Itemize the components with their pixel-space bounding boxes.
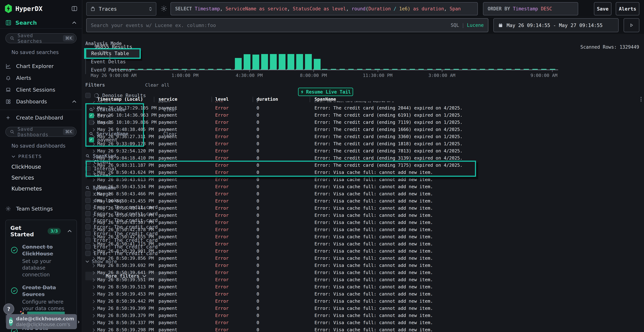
table-row[interactable]: May 26 8:50:39.337 PMpayment Error0 Erro…	[89, 319, 644, 326]
saved-searches-placeholder: Saved Searches	[18, 33, 60, 44]
preset-kubernetes[interactable]: Kubernetes	[12, 186, 82, 192]
table-row[interactable]: May 26 8:50:39.641 PMpayment Error0 Erro…	[89, 269, 644, 276]
presets-header[interactable]: PRESETS	[12, 154, 82, 159]
table-row[interactable]: May 26 8:50:43.613 PMpayment Error0 Erro…	[89, 176, 644, 183]
table-row[interactable]: May 26 8:50:42.655 PMpayment Error0 Erro…	[89, 233, 644, 240]
table-row[interactable]: May 26 8:50:43.349 PMpayment Error0 Erro…	[89, 212, 644, 219]
saved-dashboards-input[interactable]: Saved Dashboards ⌘K	[5, 127, 76, 137]
table-row[interactable]: May 26 8:50:39.298 PMpayment Error0 Erro…	[89, 326, 644, 332]
bell-icon	[5, 75, 12, 81]
expand-row-icon[interactable]	[92, 278, 95, 282]
user-menu[interactable]: D dale@clickhouse.com dale@clickhouse.co…	[6, 314, 77, 329]
sidebar-item-dashboards[interactable]: Dashboards	[0, 96, 82, 108]
user-email: dale@clickhouse.com	[16, 316, 74, 322]
sidebar-section-search[interactable]: Search	[0, 17, 82, 28]
create-dashboard-button[interactable]: Create Dashboard	[0, 112, 82, 124]
step-title: Create Data Sources	[22, 284, 56, 297]
table-row[interactable]: May 26 9:48:38.405 PMpayment Error0 Erro…	[89, 126, 644, 133]
expand-row-icon[interactable]	[92, 192, 95, 196]
sidebar-item-label: Chart Explorer	[16, 63, 76, 69]
expand-row-icon[interactable]	[92, 236, 95, 238]
table-row[interactable]: May 26 8:50:41.115 PMpayment Error0 Erro…	[89, 240, 644, 248]
table-row[interactable]: May 26 8:50:39.856 PMpayment Error0 Erro…	[89, 255, 644, 262]
table-row[interactable]: May 26 8:50:39.551 PMpayment Error0 Erro…	[89, 276, 644, 283]
expand-row-icon[interactable]	[92, 121, 95, 124]
expand-row-icon[interactable]	[92, 228, 95, 232]
expand-row-icon[interactable]	[92, 207, 95, 210]
no-saved-searches-text: No saved searches	[12, 49, 82, 55]
sidebar-item-label: Client Sessions	[16, 87, 76, 93]
expand-row-icon[interactable]	[92, 128, 95, 131]
expand-row-icon[interactable]	[92, 264, 95, 267]
expand-row-icon[interactable]	[92, 242, 95, 246]
expand-row-icon[interactable]	[92, 321, 95, 324]
expand-row-icon[interactable]	[92, 200, 95, 203]
table-row[interactable]: May 26 9:36:27.311 PMpayment Error0 Erro…	[89, 133, 644, 140]
table-row[interactable]: May 26 8:50:39.399 PMpayment Error0 Erro…	[89, 305, 644, 312]
team-settings-button[interactable]: Team Settings	[0, 203, 82, 215]
table-row[interactable]: May 26 8:50:39.692 PMpayment Error0 Erro…	[89, 262, 644, 269]
sidebar-item-chart-explorer[interactable]: Chart Explorer	[0, 60, 82, 72]
sidebar-search-label: Search	[16, 20, 68, 26]
expand-row-icon[interactable]	[92, 185, 95, 188]
table-row[interactable]: May 26 8:50:43.455 PMpayment Error0 Erro…	[89, 198, 644, 205]
table-row[interactable]: May 26 8:50:39.513 PMpayment Error0 Erro…	[89, 283, 644, 290]
table-row[interactable]: May 26 8:50:39.453 PMpayment Error0 Erro…	[89, 290, 644, 298]
help-button[interactable]: ?	[3, 304, 14, 314]
expand-row-icon[interactable]	[92, 300, 95, 303]
get-started-step[interactable]: Connect to ClickHouse Set up your databa…	[10, 244, 72, 278]
expand-row-icon[interactable]	[92, 328, 95, 332]
get-started-card: Get Started 3/3 Connect to ClickHouse Se…	[5, 220, 77, 324]
table-row[interactable]: May 26 10:10:39.836 PMpayment Error0 Err…	[89, 119, 644, 126]
preset-clickhouse[interactable]: ClickHouse	[12, 164, 82, 170]
dashboard-grid-icon	[5, 99, 12, 104]
table-row[interactable]: May 26 8:50:39.379 PMpayment Error0 Erro…	[89, 312, 644, 319]
sidebar-collapse-icon[interactable]	[71, 5, 78, 12]
table-row[interactable]: May 26 10:17:29.105 PMpayment Error0 Err…	[89, 104, 644, 112]
chevron-up-icon[interactable]	[67, 230, 72, 232]
expand-row-icon[interactable]	[92, 157, 95, 160]
table-row[interactable]: May 26 8:50:43.534 PMpayment Error0 Erro…	[89, 183, 644, 190]
expand-row-icon[interactable]	[92, 150, 95, 153]
expand-row-icon[interactable]	[92, 314, 95, 317]
table-row[interactable]: May 26 8:50:42.878 PMpayment Error0 Erro…	[89, 226, 644, 233]
table-row[interactable]: May 26 8:50:39.901 PMpayment Error0 Erro…	[89, 248, 644, 255]
sidebar-item-label: Alerts	[16, 75, 76, 81]
expand-row-icon[interactable]	[92, 307, 95, 310]
table-row[interactable]: May 26 8:50:43.466 PMpayment Error0 Erro…	[89, 190, 644, 198]
sidebar-item-client-sessions[interactable]: Client Sessions	[0, 84, 82, 96]
table-row[interactable]: May 26 8:50:43.307 PMpayment Error0 Erro…	[89, 219, 644, 226]
chevron-down-icon	[85, 260, 89, 263]
step-desc: Set up your database connection	[22, 258, 72, 278]
app-title: HyperDX	[16, 5, 68, 12]
table-row[interactable]: May 26 8:50:43.444 PMpayment Error0 Erro…	[89, 205, 644, 212]
table-row[interactable]: May 26 9:32:54.120 PMpayment Error0 Erro…	[89, 148, 644, 154]
create-dashboard-label: Create Dashboard	[16, 115, 76, 121]
expand-row-icon[interactable]	[92, 106, 95, 110]
plus-icon	[5, 115, 12, 120]
expand-row-icon[interactable]	[92, 293, 95, 296]
expand-row-icon[interactable]	[92, 114, 95, 117]
chevron-up-icon[interactable]	[72, 21, 76, 24]
table-row[interactable]: May 26 10:14:36.963 PMpayment Error0 Err…	[89, 112, 644, 119]
expand-row-icon[interactable]	[92, 221, 95, 224]
laptop-icon	[5, 87, 12, 93]
shortcut-badge: ⌘K	[63, 128, 74, 135]
sidebar: HyperDX Search Saved Searches ⌘K No save…	[0, 0, 82, 332]
expand-row-icon[interactable]	[92, 271, 95, 274]
preset-services[interactable]: Services	[12, 174, 82, 181]
expand-row-icon[interactable]	[92, 257, 95, 260]
table-row[interactable]: May 26 9:33:09.173 PMpayment Error0 Erro…	[89, 140, 644, 148]
search-section-icon	[5, 20, 12, 26]
saved-searches-input[interactable]: Saved Searches ⌘K	[5, 33, 76, 43]
expand-row-icon[interactable]	[92, 250, 95, 253]
expand-row-icon[interactable]	[92, 286, 95, 289]
expand-row-icon[interactable]	[92, 214, 95, 217]
get-started-title: Get Started	[10, 225, 44, 238]
expand-row-icon[interactable]	[92, 178, 95, 182]
expand-row-icon[interactable]	[92, 135, 95, 138]
sidebar-item-alerts[interactable]: Alerts	[0, 72, 82, 84]
table-row[interactable]: May 26 8:50:39.442 PMpayment Error0 Erro…	[89, 298, 644, 305]
expand-row-icon[interactable]	[92, 142, 95, 146]
chevron-up-icon[interactable]	[72, 100, 76, 103]
